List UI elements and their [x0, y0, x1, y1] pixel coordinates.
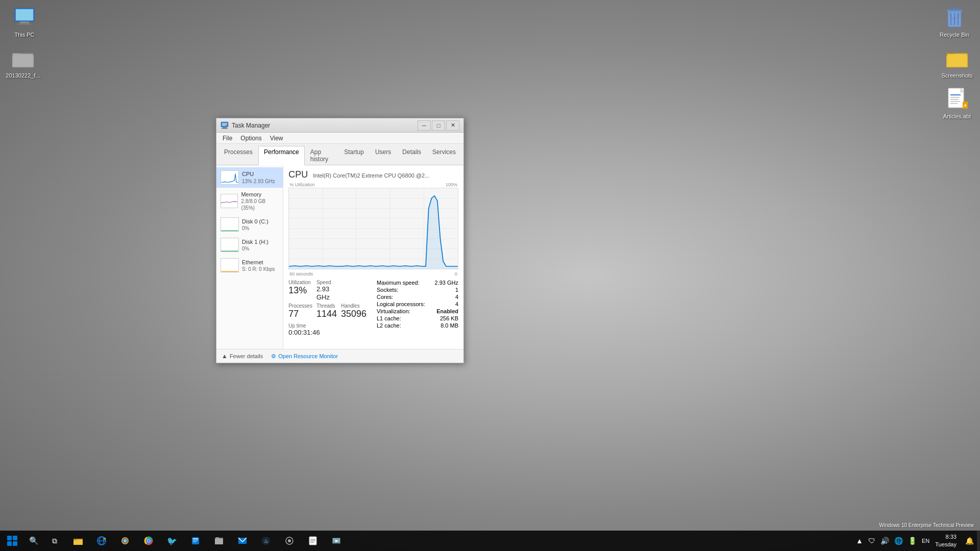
tab-users[interactable]: Users [370, 146, 397, 165]
show-desktop-button[interactable] [977, 531, 980, 551]
menu-options[interactable]: Options [236, 134, 265, 143]
memory-thumbnail [220, 194, 238, 208]
sidebar-item-disk1[interactable]: Disk 1 (H:) 0% [216, 235, 283, 255]
sidebar-item-ethernet[interactable]: Ethernet S: 0 R: 0 Kbps [216, 255, 283, 276]
recycle-bin-icon [942, 5, 967, 30]
taskbar-app-chrome[interactable] [137, 531, 160, 551]
svg-rect-20 [950, 94, 961, 95]
tray-network-icon[interactable]: 🌐 [893, 537, 904, 545]
taskbar-clock[interactable]: 8:33 Tuesday [935, 533, 962, 549]
svg-rect-2 [20, 21, 29, 23]
svg-rect-22 [950, 99, 959, 100]
l1-label: L1 cache: [377, 315, 401, 321]
threads-value: 1144 [316, 309, 337, 320]
handles-value: 35096 [341, 309, 366, 320]
desktop-icon-screenshots[interactable]: Screenshots [937, 46, 977, 79]
open-resource-monitor-label: Open Resource Monitor [278, 353, 338, 359]
tray-input-icon[interactable]: EN [920, 538, 931, 544]
stat-handles: Handles 35096 [341, 303, 366, 320]
tab-processes[interactable]: Processes [218, 146, 258, 165]
taskbar-tray: ▲ 🛡 🔊 🌐 🔋 EN [850, 531, 935, 551]
max-speed-value: 2.93 GHz [435, 280, 458, 286]
sidebar-item-ethernet-text: Ethernet S: 0 R: 0 Kbps [242, 259, 275, 272]
tray-security-icon[interactable]: 🛡 [867, 537, 877, 545]
sidebar-disk0-name: Disk 0 (C:) [242, 218, 268, 225]
minimize-button[interactable]: ─ [418, 120, 431, 131]
menu-file[interactable]: File [218, 134, 236, 143]
maximize-button[interactable]: □ [432, 120, 445, 131]
svg-rect-24 [950, 103, 958, 104]
sidebar-ethernet-value: S: 0 R: 0 Kbps [242, 266, 275, 272]
speed-value: 2.93 GHz [316, 285, 337, 301]
taskbar-app-firefox[interactable] [113, 531, 137, 551]
task-view-button[interactable]: ⧉ [43, 531, 66, 551]
sidebar-cpu-value: 13% 2.93 GHz [242, 178, 275, 185]
speed-label: Speed [316, 280, 337, 285]
fewer-details-button[interactable]: ▲ Fewer details [222, 353, 263, 360]
logical-label: Logical processors: [377, 301, 425, 307]
stat-uptime: Up time 0:00:31:46 [288, 323, 366, 337]
footer: ▲ Fewer details ⚙ Open Resource Monitor [216, 349, 463, 363]
tab-details[interactable]: Details [397, 146, 427, 165]
search-button[interactable]: 🔍 [24, 532, 43, 550]
tab-services[interactable]: Services [427, 146, 461, 165]
tab-startup[interactable]: Startup [338, 146, 370, 165]
stats-row: Utilization 13% Speed 2.93 GHz Processes… [288, 280, 458, 336]
start-button[interactable] [0, 531, 24, 551]
tab-performance[interactable]: Performance [258, 146, 305, 165]
desktop-icon-folder[interactable]: 20130222_f... [3, 46, 43, 79]
taskbar-app-outlook[interactable] [231, 531, 254, 551]
fewer-details-label: Fewer details [230, 353, 263, 359]
cpu-graph [288, 188, 458, 269]
desktop-icon-thispc[interactable]: This PC [4, 5, 45, 38]
desktop-icon-articles[interactable]: A Articles.abt [937, 87, 977, 119]
taskbar-app-misc[interactable] [278, 531, 301, 551]
cores-value: 4 [455, 294, 458, 300]
sidebar-item-memory-text: Memory 2.8/8.0 GB (35%) [241, 191, 279, 211]
l1-value: 256 KB [440, 315, 458, 321]
sidebar-memory-name: Memory [241, 191, 279, 198]
stat-speed: Speed 2.93 GHz [316, 280, 337, 301]
sockets-value: 1 [455, 287, 458, 293]
taskbar-app-media[interactable] [325, 531, 348, 551]
taskbar-app-steam[interactable]: ♨ [254, 531, 278, 551]
sidebar-item-cpu[interactable]: CPU 13% 2.93 GHz [216, 167, 283, 188]
taskbar-app-files[interactable] [207, 531, 231, 551]
ethernet-thumbnail [220, 258, 239, 272]
title-bar[interactable]: Task Manager ─ □ ✕ [216, 118, 463, 133]
taskbar-app-notepad[interactable] [301, 531, 325, 551]
svg-rect-67 [193, 538, 198, 539]
sidebar-disk0-value: 0% [242, 225, 268, 232]
l2-label: L2 cache: [377, 322, 401, 329]
tray-volume-icon[interactable]: 🔊 [879, 537, 891, 545]
sidebar-item-disk0[interactable]: Disk 0 (C:) 0% [216, 214, 283, 235]
notification-center-button[interactable]: 🔔 [962, 531, 977, 551]
windows-version-text: Windows 10 Enterprise Technical Preview [879, 522, 974, 528]
twitter-icon: 🐦 [167, 536, 177, 546]
content-area: CPU 13% 2.93 GHz Memory 2.8/8.0 GB [216, 165, 463, 349]
sidebar-item-cpu-text: CPU 13% 2.93 GHz [242, 170, 275, 184]
tray-power-icon[interactable]: 🔋 [906, 537, 918, 545]
open-resource-monitor-link[interactable]: ⚙ Open Resource Monitor [271, 353, 338, 360]
sidebar-item-memory[interactable]: Memory 2.8/8.0 GB (35%) [216, 188, 283, 214]
cpu-header: CPU Intel(R) Core(TM)2 Extreme CPU Q6800… [288, 169, 458, 180]
menu-view[interactable]: View [266, 134, 287, 143]
tray-arrow-icon[interactable]: ▲ [854, 537, 865, 545]
notification-icon: 🔔 [965, 537, 974, 545]
taskbar-app-file-explorer[interactable] [66, 531, 90, 551]
windows-version-watermark: Windows 10 Enterprise Technical Preview [879, 522, 974, 528]
windows-logo-icon [7, 536, 17, 546]
tab-app-history[interactable]: App history [305, 146, 339, 165]
sidebar-disk1-name: Disk 1 (H:) [242, 238, 268, 245]
taskbar-app-pin1[interactable] [184, 531, 207, 551]
svg-rect-31 [226, 124, 227, 126]
taskbar-app-ie[interactable]: e [90, 531, 113, 551]
svg-rect-23 [950, 101, 960, 102]
screenshots-folder-icon [945, 46, 969, 70]
taskbar-app-twitter[interactable]: 🐦 [160, 531, 184, 551]
desktop-icon-recycle[interactable]: Recycle Bin [934, 5, 975, 38]
search-icon: 🔍 [29, 536, 39, 545]
close-button[interactable]: ✕ [446, 120, 459, 131]
svg-rect-17 [947, 54, 967, 66]
cores-label: Cores: [377, 294, 393, 300]
